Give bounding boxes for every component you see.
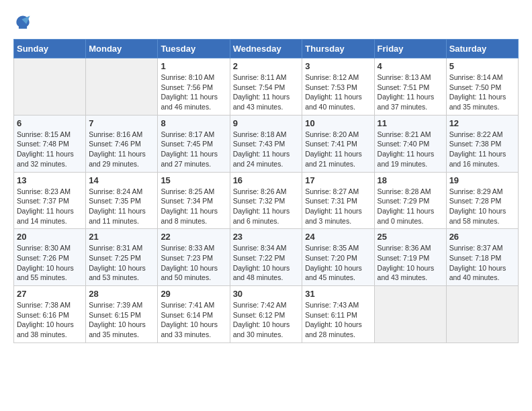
calendar-day-cell: 9Sunrise: 8:18 AMSunset: 7:43 PMDaylight… (230, 115, 302, 172)
logo-icon (13, 13, 32, 32)
day-number: 18 (378, 175, 443, 185)
day-number: 15 (161, 175, 226, 185)
page-header (13, 13, 519, 32)
calendar-day-cell: 16Sunrise: 8:26 AMSunset: 7:32 PMDayligh… (230, 172, 302, 229)
calendar-day-cell: 23Sunrise: 8:34 AMSunset: 7:22 PMDayligh… (230, 229, 302, 286)
day-number: 30 (233, 289, 300, 299)
day-number: 31 (305, 289, 371, 299)
day-number: 13 (17, 175, 83, 185)
day-info: Sunrise: 8:23 AMSunset: 7:37 PMDaylight:… (17, 187, 83, 226)
calendar-day-cell (374, 286, 446, 343)
calendar-week-row: 6Sunrise: 8:15 AMSunset: 7:48 PMDaylight… (14, 115, 519, 172)
day-number: 27 (17, 289, 83, 299)
day-info: Sunrise: 7:43 AMSunset: 6:11 PMDaylight:… (305, 300, 371, 340)
calendar-day-cell (14, 58, 86, 116)
calendar-day-cell: 20Sunrise: 8:30 AMSunset: 7:26 PMDayligh… (14, 229, 86, 286)
day-number: 3 (305, 61, 371, 71)
day-info: Sunrise: 8:33 AMSunset: 7:23 PMDaylight:… (161, 243, 226, 283)
day-number: 8 (161, 118, 226, 128)
calendar-day-cell: 8Sunrise: 8:17 AMSunset: 7:45 PMDaylight… (158, 115, 230, 172)
calendar-day-header: Wednesday (230, 40, 302, 58)
day-info: Sunrise: 8:10 AMSunset: 7:56 PMDaylight:… (161, 73, 226, 112)
day-info: Sunrise: 8:11 AMSunset: 7:54 PMDaylight:… (233, 73, 300, 112)
day-info: Sunrise: 8:18 AMSunset: 7:43 PMDaylight:… (233, 130, 300, 169)
day-number: 26 (449, 232, 515, 242)
day-info: Sunrise: 8:24 AMSunset: 7:35 PMDaylight:… (89, 187, 154, 226)
day-number: 6 (17, 118, 83, 128)
day-info: Sunrise: 8:12 AMSunset: 7:53 PMDaylight:… (305, 73, 371, 112)
calendar-day-cell: 31Sunrise: 7:43 AMSunset: 6:11 PMDayligh… (302, 286, 374, 343)
calendar-header-row: SundayMondayTuesdayWednesdayThursdayFrid… (14, 40, 519, 58)
day-info: Sunrise: 8:15 AMSunset: 7:48 PMDaylight:… (17, 130, 83, 169)
day-info: Sunrise: 7:38 AMSunset: 6:16 PMDaylight:… (17, 300, 83, 340)
calendar-day-header: Saturday (446, 40, 518, 58)
calendar-week-row: 27Sunrise: 7:38 AMSunset: 6:16 PMDayligh… (14, 286, 519, 343)
day-number: 24 (305, 232, 371, 242)
calendar-day-cell: 13Sunrise: 8:23 AMSunset: 7:37 PMDayligh… (14, 172, 86, 229)
calendar-table: SundayMondayTuesdayWednesdayThursdayFrid… (13, 39, 519, 343)
day-info: Sunrise: 8:27 AMSunset: 7:31 PMDaylight:… (305, 187, 371, 226)
calendar-day-header: Monday (86, 40, 158, 58)
calendar-day-cell (446, 286, 518, 343)
calendar-day-cell: 14Sunrise: 8:24 AMSunset: 7:35 PMDayligh… (86, 172, 158, 229)
day-number: 22 (161, 232, 226, 242)
day-number: 2 (233, 61, 300, 71)
day-number: 1 (161, 61, 226, 71)
calendar-day-cell: 18Sunrise: 8:28 AMSunset: 7:29 PMDayligh… (374, 172, 446, 229)
day-info: Sunrise: 8:14 AMSunset: 7:50 PMDaylight:… (449, 73, 515, 112)
day-info: Sunrise: 8:17 AMSunset: 7:45 PMDaylight:… (161, 130, 226, 169)
calendar-day-cell: 10Sunrise: 8:20 AMSunset: 7:41 PMDayligh… (302, 115, 374, 172)
calendar-day-cell: 17Sunrise: 8:27 AMSunset: 7:31 PMDayligh… (302, 172, 374, 229)
calendar-day-cell: 21Sunrise: 8:31 AMSunset: 7:25 PMDayligh… (86, 229, 158, 286)
day-info: Sunrise: 8:20 AMSunset: 7:41 PMDaylight:… (305, 130, 371, 169)
day-number: 11 (378, 118, 443, 128)
day-info: Sunrise: 8:31 AMSunset: 7:25 PMDaylight:… (89, 243, 154, 283)
day-info: Sunrise: 7:39 AMSunset: 6:15 PMDaylight:… (89, 300, 154, 340)
calendar-week-row: 20Sunrise: 8:30 AMSunset: 7:26 PMDayligh… (14, 229, 519, 286)
day-info: Sunrise: 8:35 AMSunset: 7:20 PMDaylight:… (305, 243, 371, 283)
calendar-day-header: Tuesday (158, 40, 230, 58)
calendar-day-cell: 2Sunrise: 8:11 AMSunset: 7:54 PMDaylight… (230, 58, 302, 116)
day-number: 23 (233, 232, 300, 242)
day-number: 10 (305, 118, 371, 128)
calendar-day-cell: 30Sunrise: 7:42 AMSunset: 6:12 PMDayligh… (230, 286, 302, 343)
calendar-day-cell: 15Sunrise: 8:25 AMSunset: 7:34 PMDayligh… (158, 172, 230, 229)
logo (13, 13, 35, 32)
day-number: 14 (89, 175, 154, 185)
day-info: Sunrise: 7:41 AMSunset: 6:14 PMDaylight:… (161, 300, 226, 340)
day-number: 4 (378, 61, 443, 71)
day-info: Sunrise: 8:25 AMSunset: 7:34 PMDaylight:… (161, 187, 226, 226)
day-info: Sunrise: 8:29 AMSunset: 7:28 PMDaylight:… (449, 187, 515, 226)
calendar-day-header: Thursday (302, 40, 374, 58)
calendar-day-cell: 27Sunrise: 7:38 AMSunset: 6:16 PMDayligh… (14, 286, 86, 343)
day-info: Sunrise: 8:28 AMSunset: 7:29 PMDaylight:… (378, 187, 443, 226)
calendar-week-row: 1Sunrise: 8:10 AMSunset: 7:56 PMDaylight… (14, 58, 519, 116)
calendar-day-cell: 5Sunrise: 8:14 AMSunset: 7:50 PMDaylight… (446, 58, 518, 116)
day-number: 20 (17, 232, 83, 242)
day-info: Sunrise: 7:42 AMSunset: 6:12 PMDaylight:… (233, 300, 300, 340)
day-number: 5 (449, 61, 515, 71)
calendar-week-row: 13Sunrise: 8:23 AMSunset: 7:37 PMDayligh… (14, 172, 519, 229)
calendar-day-cell: 28Sunrise: 7:39 AMSunset: 6:15 PMDayligh… (86, 286, 158, 343)
day-info: Sunrise: 8:16 AMSunset: 7:46 PMDaylight:… (89, 130, 154, 169)
day-number: 28 (89, 289, 154, 299)
day-info: Sunrise: 8:22 AMSunset: 7:38 PMDaylight:… (449, 130, 515, 169)
day-number: 19 (449, 175, 515, 185)
day-number: 12 (449, 118, 515, 128)
day-number: 17 (305, 175, 371, 185)
calendar-day-cell: 24Sunrise: 8:35 AMSunset: 7:20 PMDayligh… (302, 229, 374, 286)
day-info: Sunrise: 8:36 AMSunset: 7:19 PMDaylight:… (378, 243, 443, 283)
calendar-day-cell: 4Sunrise: 8:13 AMSunset: 7:51 PMDaylight… (374, 58, 446, 116)
calendar-day-cell: 19Sunrise: 8:29 AMSunset: 7:28 PMDayligh… (446, 172, 518, 229)
day-info: Sunrise: 8:21 AMSunset: 7:40 PMDaylight:… (378, 130, 443, 169)
calendar-day-cell: 25Sunrise: 8:36 AMSunset: 7:19 PMDayligh… (374, 229, 446, 286)
day-info: Sunrise: 8:30 AMSunset: 7:26 PMDaylight:… (17, 243, 83, 283)
day-info: Sunrise: 8:37 AMSunset: 7:18 PMDaylight:… (449, 243, 515, 283)
day-info: Sunrise: 8:26 AMSunset: 7:32 PMDaylight:… (233, 187, 300, 226)
calendar-day-cell: 29Sunrise: 7:41 AMSunset: 6:14 PMDayligh… (158, 286, 230, 343)
day-number: 25 (378, 232, 443, 242)
day-number: 7 (89, 118, 154, 128)
calendar-day-cell (86, 58, 158, 116)
calendar-day-cell: 11Sunrise: 8:21 AMSunset: 7:40 PMDayligh… (374, 115, 446, 172)
day-number: 9 (233, 118, 300, 128)
